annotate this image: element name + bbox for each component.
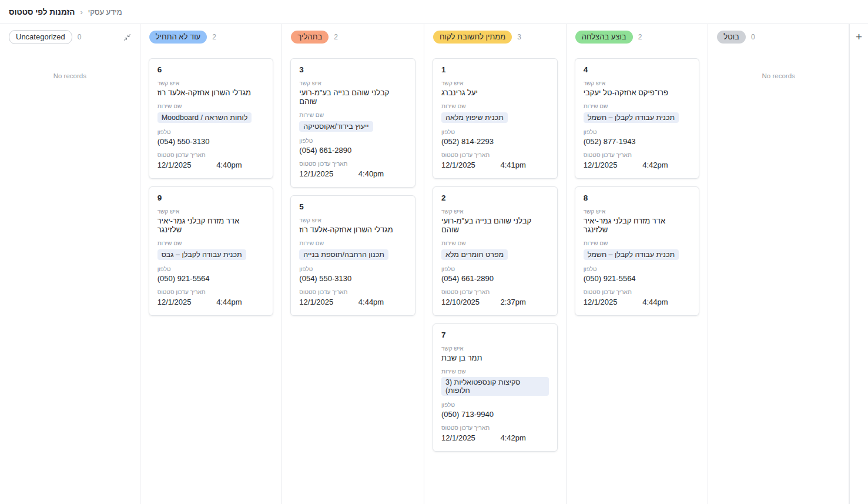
column-header-waiting-customer[interactable]: ממתין לתשובת לקוח3 — [424, 24, 566, 50]
field-label-service: שם שירות — [441, 240, 549, 246]
service-tag-row: תכנית שיפוץ מלאה — [441, 112, 549, 123]
field-label-contact: איש קשר — [299, 217, 407, 223]
field-label-service: שם שירות — [157, 240, 265, 246]
field-label-contact: איש קשר — [441, 80, 549, 86]
column-body: 1איש קשריעל גרינברגשם שירותתכנית שיפוץ מ… — [424, 50, 566, 504]
status-time-value: 4:42pm — [642, 161, 668, 169]
field-label-service: שם שירות — [157, 103, 265, 109]
column-header-uncategorized[interactable]: Uncategorized0 — [0, 24, 140, 50]
status-pill: Uncategorized — [9, 30, 72, 44]
kanban-column-not-started: עוד לא התחיל26איש קשרמגדלי השרון אחזקה-א… — [140, 24, 283, 504]
kanban-card[interactable]: 9איש קשראדר מזרח קבלני גמר-יאיר שלזינגרש… — [149, 186, 274, 316]
kanban-card[interactable]: 2איש קשרקבלני שוהם בנייה בע"מ-רועי שוהםש… — [433, 186, 558, 316]
contact-name: יעל גרינברג — [441, 88, 549, 97]
kanban-column-uncategorized: Uncategorized0No records — [0, 24, 140, 504]
column-body: 6איש קשרמגדלי השרון אחזקה-אלעד רוזשם שיר… — [140, 50, 282, 504]
phone-number: (054) 661-2890 — [299, 146, 407, 155]
field-label-phone: טלפון — [584, 129, 691, 135]
status-date-value: 12/1/2025 — [299, 298, 358, 306]
column-body: No records — [708, 50, 849, 504]
kanban-card[interactable]: 7איש קשרתמר בן שבתשם שירותסקיצות קונספטו… — [433, 323, 558, 452]
column-count: 0 — [751, 33, 755, 41]
status-time-value: 4:44pm — [216, 298, 242, 306]
card-record-id: 5 — [299, 202, 407, 211]
column-count: 2 — [334, 33, 338, 41]
status-time-value: 2:37pm — [500, 298, 525, 306]
add-stack-button[interactable]: + — [853, 29, 864, 45]
kanban-card[interactable]: 8איש קשראדר מזרח קבלני גמר-יאיר שלזינגרש… — [575, 186, 700, 316]
status-date-row: 12/1/20254:42pm — [584, 161, 691, 169]
column-header-not-started[interactable]: עוד לא התחיל2 — [140, 24, 282, 50]
status-date-row: 12/10/20252:37pm — [441, 298, 549, 306]
status-time-value: 4:44pm — [642, 298, 668, 306]
status-date-value: 12/1/2025 — [299, 169, 358, 178]
status-time-value: 4:44pm — [358, 298, 384, 306]
status-date-row: 12/1/20254:41pm — [441, 161, 549, 169]
field-label-phone: טלפון — [299, 138, 407, 144]
kanban-column-cancelled: בוטל0No records — [708, 24, 849, 504]
field-label-status-date: תאריך עדכון סטטוס — [157, 152, 265, 158]
service-tag-row: לוחות השראה / Moodboard — [157, 112, 265, 123]
card-record-id: 3 — [299, 65, 407, 74]
status-pill: בוצע בהצלחה — [575, 31, 633, 44]
status-date-value: 12/1/2025 — [441, 161, 500, 169]
service-tag-row: תכנית עבודה לקבלן – חשמל — [584, 112, 691, 123]
kanban-card[interactable]: 5איש קשרמגדלי השרון אחזקה-אלעד רוזשם שיר… — [290, 195, 415, 316]
status-date-value: 12/1/2025 — [157, 298, 216, 306]
phone-number: (050) 921-5564 — [584, 274, 691, 283]
card-record-id: 7 — [441, 331, 549, 339]
phone-number: (054) 550-3130 — [157, 137, 265, 146]
contact-name: קבלני שוהם בנייה בע"מ-רועי שוהם — [299, 88, 407, 106]
service-tag: ייעוץ בידוד/אקוסטיקה — [299, 121, 373, 132]
status-date-row: 12/1/20254:44pm — [157, 298, 265, 306]
status-time-value: 4:40pm — [216, 161, 242, 169]
service-tag: תכנית עבודה לקבלן – חשמל — [584, 112, 679, 123]
field-label-service: שם שירות — [584, 103, 691, 109]
breadcrumb-parent-link[interactable]: מידע עסקי — [88, 8, 122, 16]
service-tag-row: תכנית עבודה לקבלן – חשמל — [584, 249, 691, 260]
field-label-contact: איש קשר — [157, 80, 265, 86]
collapse-stack-button[interactable] — [123, 34, 131, 41]
service-tag: מפרט חומרים מלא — [441, 249, 508, 260]
phone-number: (054) 550-3130 — [299, 274, 407, 283]
card-record-id: 4 — [584, 65, 691, 74]
field-label-service: שם שירות — [299, 112, 407, 118]
status-date-row: 12/1/20254:40pm — [157, 161, 265, 169]
field-label-phone: טלפון — [441, 402, 549, 408]
column-count: 0 — [78, 33, 82, 41]
card-record-id: 9 — [157, 193, 265, 202]
empty-state-text: No records — [8, 58, 132, 79]
status-pill: עוד לא התחיל — [149, 31, 207, 44]
column-header-in-progress[interactable]: בתהליך2 — [282, 24, 424, 50]
status-date-row: 12/1/20254:42pm — [441, 433, 549, 442]
field-label-service: שם שירות — [299, 240, 407, 246]
column-header-done[interactable]: בוצע בהצלחה2 — [567, 24, 708, 50]
field-label-phone: טלפון — [157, 266, 265, 272]
phone-number: (050) 713-9940 — [441, 410, 549, 419]
kanban-card[interactable]: 3איש קשרקבלני שוהם בנייה בע"מ-רועי שוהםש… — [290, 58, 415, 188]
status-date-value: 12/1/2025 — [584, 298, 642, 306]
breadcrumb: הזמנות לפי סטטוס › מידע עסקי — [0, 0, 868, 24]
status-pill: בוטל — [717, 31, 746, 44]
field-label-service: שם שירות — [584, 240, 691, 246]
field-label-phone: טלפון — [157, 129, 265, 135]
field-label-phone: טלפון — [441, 266, 549, 272]
kanban-column-done: בוצע בהצלחה24איש קשרפרו־פיקס אחזקה-טל יע… — [567, 24, 709, 504]
column-header-cancelled[interactable]: בוטל0 — [708, 24, 849, 50]
field-label-contact: איש קשר — [441, 208, 549, 215]
status-time-value: 4:41pm — [500, 161, 525, 169]
kanban-card[interactable]: 4איש קשרפרו־פיקס אחזקה-טל יעקבישם שירותת… — [575, 58, 700, 179]
field-label-status-date: תאריך עדכון סטטוס — [441, 425, 549, 431]
kanban-card[interactable]: 6איש קשרמגדלי השרון אחזקה-אלעד רוזשם שיר… — [149, 58, 274, 179]
field-label-phone: טלפון — [299, 266, 407, 272]
contact-name: אדר מזרח קבלני גמר-יאיר שלזינגר — [157, 216, 265, 234]
column-body: No records — [0, 50, 140, 504]
kanban-card[interactable]: 1איש קשריעל גרינברגשם שירותתכנית שיפוץ מ… — [433, 58, 558, 179]
add-stack-strip: + — [849, 24, 868, 504]
field-label-phone: טלפון — [584, 266, 691, 272]
card-record-id: 8 — [584, 193, 691, 202]
status-date-value: 12/10/2025 — [441, 298, 500, 306]
status-date-value: 12/1/2025 — [157, 161, 216, 169]
column-count: 2 — [638, 33, 642, 41]
field-label-status-date: תאריך עדכון סטטוס — [441, 289, 549, 295]
